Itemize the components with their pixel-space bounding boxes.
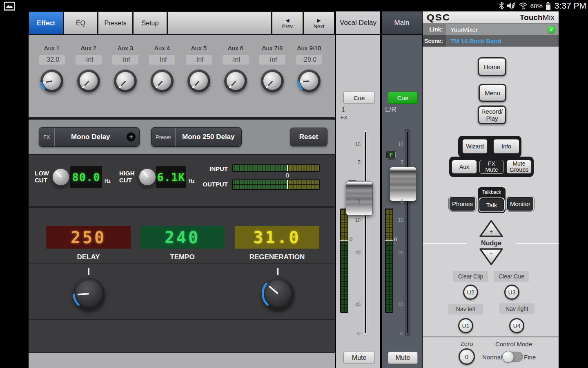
regeneration-knob-tick <box>277 268 278 275</box>
aux-knob[interactable] <box>224 70 247 92</box>
user-button-u2[interactable]: U2 <box>463 285 478 300</box>
scene-value[interactable]: TM 16 Rock Band <box>450 38 501 45</box>
fx-mute-button-panel[interactable]: FX Mute <box>479 160 504 174</box>
fx-channel-name[interactable]: Vocal Delay <box>336 11 380 35</box>
delay-knob-tick <box>88 268 89 275</box>
fx-fader-track[interactable] <box>362 129 368 336</box>
main-channel-name[interactable]: Main <box>382 11 422 35</box>
aux-knob[interactable] <box>298 70 321 92</box>
aux-send-value[interactable]: -Inf <box>149 55 175 65</box>
reset-button[interactable]: Reset <box>290 128 327 146</box>
fx-type-selector[interactable]: FX Mono Delay + <box>39 127 140 147</box>
status-bar: 68% 3:37 PM <box>0 0 588 11</box>
wizard-button[interactable]: Wizard <box>462 139 488 154</box>
fx-selector-label: FX <box>39 128 55 146</box>
aux-label: Aux 5 <box>191 45 207 52</box>
preset-selector[interactable]: Preset Mono 250 Delay <box>151 127 242 147</box>
control-mode-label: Control Mode: <box>492 341 537 348</box>
delay-knob[interactable] <box>73 278 105 310</box>
svg-text:+: + <box>489 228 493 235</box>
main-fader-handle[interactable] <box>390 167 416 201</box>
toggle-knob[interactable] <box>502 351 514 363</box>
screenshot-notification-icon[interactable] <box>4 2 15 11</box>
aux-knob-row: Aux 1-32.0Aux 2-InfAux 3-InfAux 4-InfAux… <box>29 35 335 100</box>
fine-mode-badge[interactable]: F <box>387 150 396 159</box>
aux-send-value[interactable]: -Inf <box>259 55 285 65</box>
mute-groups-button[interactable]: Mute Groups <box>506 160 532 174</box>
aux-send-value[interactable]: -32.0 <box>39 55 65 65</box>
aux-knob[interactable] <box>151 70 174 92</box>
nudge-up-button[interactable]: + <box>479 220 503 238</box>
tab-effect[interactable]: Effect <box>29 11 64 35</box>
high-cut-knob[interactable] <box>138 168 157 186</box>
aux-send-value[interactable]: -Inf <box>76 55 102 65</box>
aux-knob[interactable] <box>261 70 284 92</box>
fader-scale-mark: 10 <box>352 141 361 147</box>
regeneration-label: REGENERATION <box>235 253 319 261</box>
preset-value: Mono 250 Delay <box>176 133 241 141</box>
fader-scale-mark: 5 <box>394 198 403 204</box>
aux-knob[interactable] <box>187 70 210 92</box>
content-bottom-spacer <box>29 320 335 352</box>
fader-scale-mark: 20 <box>394 250 403 256</box>
talkback-label: Talkback <box>478 189 506 195</box>
tab-presets[interactable]: Presets <box>98 11 133 35</box>
aux-send-value[interactable]: -Inf <box>223 55 249 65</box>
prev-button[interactable]: ◄ Prev <box>272 11 303 35</box>
record-play-button[interactable]: Record/ Play <box>478 105 506 124</box>
aux-send-value[interactable]: -Inf <box>112 55 138 65</box>
filter-section: LOW CUT 80.0 Hz HIGH CUT 6.1K Hz INPUT 0… <box>29 155 335 208</box>
aux-button[interactable]: Aux <box>452 160 477 174</box>
aux-knob[interactable] <box>40 70 63 92</box>
zero-button[interactable]: 0 <box>459 348 475 365</box>
menu-button[interactable]: Menu <box>479 84 506 102</box>
clock: 3:37 PM <box>555 1 586 11</box>
fx-meter-zero: 0 <box>350 236 352 242</box>
main-fader-track[interactable] <box>405 129 410 336</box>
aux-label: Aux 4 <box>154 45 170 52</box>
monitor-button[interactable]: Monitor <box>508 197 533 210</box>
low-cut-unit: Hz <box>105 178 111 184</box>
user-button-u3[interactable]: U3 <box>504 285 519 300</box>
nudge-down-button[interactable]: - <box>479 248 503 266</box>
input-meter <box>232 164 320 172</box>
link-value[interactable]: YourMixer <box>450 26 478 33</box>
wifi-icon <box>519 2 528 9</box>
expand-fx-icon[interactable]: + <box>127 132 136 141</box>
low-cut-knob[interactable] <box>51 168 70 186</box>
next-label: Next <box>314 23 325 29</box>
prev-label: Prev <box>282 23 293 29</box>
talk-button[interactable]: Talk <box>480 199 503 211</box>
low-cut-display[interactable]: 80.0 <box>70 166 102 188</box>
main-channel-strip: Main Cue L/R F 0 U Mute 1055102040∞ <box>381 11 423 368</box>
home-button[interactable]: Home <box>478 57 506 76</box>
aux-channel: Aux 5-Inf <box>180 35 217 100</box>
info-button[interactable]: Info <box>493 139 519 154</box>
main-mute-button[interactable]: Mute <box>388 352 418 364</box>
fader-scale-mark: 5 <box>352 159 361 165</box>
control-panel: QSC TouchMix Link: YourMixer ✓ Scene: TM… <box>423 11 559 368</box>
aux-knob[interactable] <box>77 70 100 92</box>
fx-channel-strip: Vocal Delay Cue 1 FX 0 U Mute 1055102040… <box>335 11 381 368</box>
user-button-u4[interactable]: U4 <box>509 318 524 333</box>
mode-normal-label: Normal <box>482 354 502 361</box>
main-cue-button[interactable]: Cue <box>388 92 418 104</box>
aux-send-value[interactable]: -29.0 <box>296 55 322 65</box>
high-cut-display[interactable]: 6.1K <box>156 166 186 188</box>
fx-cue-button[interactable]: Cue <box>343 92 375 104</box>
main-lr-label: L/R <box>385 105 396 114</box>
product-name: TouchMix <box>520 13 555 22</box>
control-mode-toggle[interactable] <box>503 352 523 362</box>
tab-setup[interactable]: Setup <box>133 11 167 35</box>
user-button-u1[interactable]: U1 <box>458 318 473 333</box>
regeneration-knob[interactable] <box>262 278 294 310</box>
fx-mute-button[interactable]: Mute <box>343 352 375 364</box>
fader-scale-mark: 10 <box>394 141 403 147</box>
phones-button[interactable]: Phones <box>450 197 475 210</box>
link-connected-icon: ✓ <box>548 26 555 34</box>
next-button[interactable]: ► Next <box>303 11 335 35</box>
fx-channel-number: 1 <box>341 106 345 114</box>
aux-knob[interactable] <box>114 70 137 92</box>
tab-eq[interactable]: EQ <box>64 11 98 35</box>
aux-send-value[interactable]: -Inf <box>186 55 212 65</box>
